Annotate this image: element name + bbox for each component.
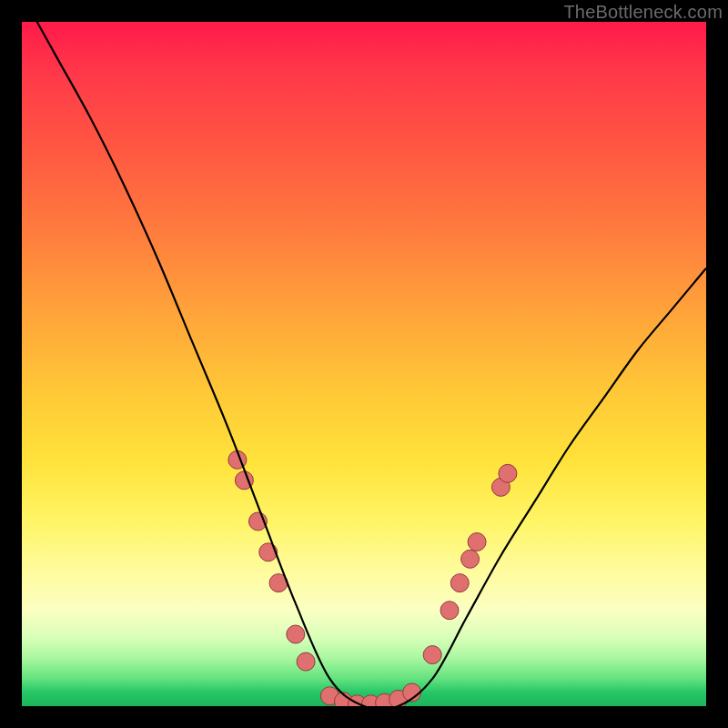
data-marker: [461, 550, 480, 568]
data-marker: [450, 574, 469, 592]
marker-group: [228, 450, 517, 706]
data-marker: [499, 464, 517, 482]
data-marker: [297, 652, 315, 671]
chart-stage: TheBottleneck.com: [0, 0, 728, 728]
data-marker: [440, 602, 459, 620]
data-marker: [423, 646, 441, 664]
data-marker: [468, 533, 486, 551]
data-marker: [287, 625, 305, 643]
plot-area: [22, 22, 706, 706]
watermark-text: TheBottleneck.com: [563, 2, 723, 23]
curve-layer: [22, 22, 706, 706]
bottleneck-curve-path: [22, 22, 706, 706]
